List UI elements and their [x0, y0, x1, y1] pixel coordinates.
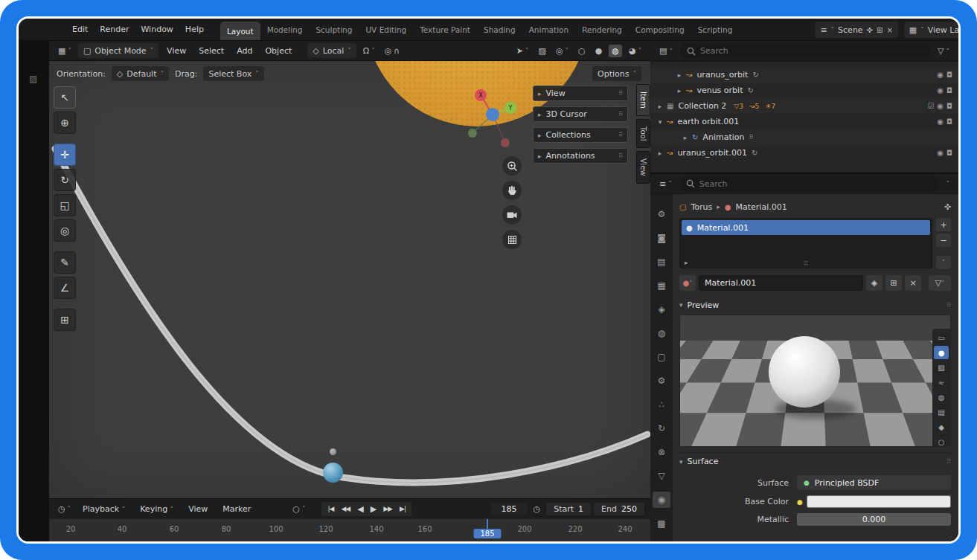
expand-icon[interactable]: ▸: [676, 87, 683, 94]
jump-to-start-button[interactable]: |◀: [324, 503, 336, 514]
play-reverse-button[interactable]: ◀: [354, 503, 365, 515]
props-tab-world[interactable]: ◍: [653, 325, 670, 341]
metallic-slider[interactable]: 0.000: [797, 513, 951, 526]
outliner-row-uranus-orbit-001[interactable]: ▸ ↝ uranus_orbit.001 ↻ ◉ ◘: [650, 145, 958, 161]
menu-view[interactable]: View: [162, 45, 190, 57]
outliner-row-venus-orbit[interactable]: ▸ ↝ venus orbit ↻ ◉ ◘: [650, 83, 958, 98]
current-frame-field[interactable]: 185: [491, 503, 528, 515]
snapping-toggle[interactable]: Ω ˅: [360, 45, 378, 57]
breadcrumb-object[interactable]: Torus: [691, 202, 712, 212]
props-tab-render[interactable]: ◙: [653, 230, 670, 246]
fake-user-shield-button[interactable]: ◈: [866, 275, 882, 291]
overlays-button[interactable]: ◎ ˅: [553, 45, 571, 57]
menu-playback[interactable]: Playback ˅: [77, 502, 131, 516]
properties-search-input[interactable]: [699, 179, 932, 189]
moon-object[interactable]: [330, 448, 336, 455]
props-tab-object[interactable]: ▢: [653, 349, 670, 365]
material-slot-list[interactable]: ● Material.001 ▸ ⠿: [679, 218, 932, 268]
workspace-tab-texture-paint[interactable]: Texture Paint: [413, 19, 477, 40]
3d-viewport[interactable]: Orientation: ◇ Default ˅ Drag: Select Bo…: [49, 61, 650, 498]
next-keyframe-button[interactable]: ▶▶: [380, 503, 395, 514]
tool-rotate[interactable]: ↻: [54, 169, 76, 191]
properties-search[interactable]: [679, 177, 939, 191]
editor-type-button[interactable]: ▦ ˅: [55, 45, 74, 57]
breadcrumb-material[interactable]: Material.001: [736, 202, 787, 212]
sidebar-tab-tool[interactable]: Tool: [636, 119, 650, 148]
disable-render-camera-icon[interactable]: ◘: [946, 149, 952, 157]
workspace-tab-scripting[interactable]: Scripting: [691, 19, 732, 40]
zoom-button[interactable]: [502, 156, 522, 176]
expand-icon[interactable]: ▸: [685, 259, 688, 266]
hide-eye-icon[interactable]: ◉: [937, 71, 944, 79]
collection-checkbox[interactable]: ☑: [927, 102, 934, 110]
options-dropdown[interactable]: Options ˅: [592, 66, 641, 81]
tool-move[interactable]: ✛: [54, 144, 76, 166]
properties-options-button[interactable]: ˅: [944, 178, 953, 189]
props-tab-view-layer[interactable]: ▦: [653, 277, 670, 294]
drag-setting-dropdown[interactable]: Select Box ˅: [203, 66, 263, 81]
surface-shader-button[interactable]: ● Principled BSDF: [797, 475, 951, 490]
menu-marker[interactable]: Marker: [217, 502, 257, 516]
collapse-icon[interactable]: ▾: [656, 118, 664, 126]
transform-orientation-selector[interactable]: ◇ Local ˅: [307, 43, 356, 58]
auto-keying-toggle[interactable]: ○ ˅: [289, 503, 308, 515]
play-button[interactable]: ▶: [368, 503, 379, 515]
tool-scale[interactable]: ◱: [54, 194, 76, 216]
drag-grip-icon[interactable]: ⠿: [618, 90, 623, 97]
tool-add-cube[interactable]: ⊞: [54, 309, 76, 331]
pin-icon[interactable]: ✜: [867, 26, 873, 34]
new-scene-icon[interactable]: ⊞: [877, 26, 882, 34]
tool-transform[interactable]: ◎: [54, 219, 76, 242]
workspace-tab-shading[interactable]: Shading: [477, 19, 522, 40]
preview-type-fluid[interactable]: ◆: [934, 420, 949, 434]
gizmos-button[interactable]: ▨: [536, 45, 549, 57]
outliner-row-collection-2[interactable]: ▸ ▦ Collection 2 ▽3 ↝5 ☀7 ☑ ◉ ◘: [650, 98, 958, 114]
workspace-tab-animation[interactable]: Animation: [522, 19, 576, 40]
hide-eye-icon[interactable]: ◉: [937, 149, 944, 157]
shading-wireframe-button[interactable]: ○: [575, 45, 589, 57]
shading-solid-button[interactable]: ●: [592, 45, 606, 57]
playhead-frame-badge[interactable]: 185: [473, 529, 501, 538]
outliner-editor-type-button[interactable]: ▤ ˅: [656, 45, 676, 57]
slot-specials-button[interactable]: ˅: [936, 256, 951, 269]
remove-slot-button[interactable]: −: [936, 234, 951, 247]
outliner-row-animation[interactable]: ▸ ↻ Animation ⠿: [650, 129, 958, 145]
props-tab-tool[interactable]: ⚙: [653, 206, 670, 222]
expand-icon[interactable]: ▸: [682, 134, 689, 141]
preview-type-cube[interactable]: ▧: [934, 361, 949, 374]
timeline-editor-type-button[interactable]: ◷ ˅: [55, 503, 74, 515]
start-frame-field[interactable]: Start 1: [546, 503, 591, 515]
menu-select[interactable]: Select: [194, 45, 228, 57]
props-tab-constraints[interactable]: ⊗: [653, 444, 670, 460]
workspace-tab-sculpting[interactable]: Sculpting: [309, 19, 359, 40]
drag-grip-icon[interactable]: ⠿: [618, 111, 623, 118]
jump-to-end-button[interactable]: ▶|: [397, 503, 409, 514]
mode-selector[interactable]: ▢ Object Mode ˅: [78, 43, 158, 58]
timeline-ruler[interactable]: 20 40 60 80 100 120 140 160 200 220 240 …: [49, 518, 650, 541]
disable-render-camera-icon[interactable]: ◘: [946, 71, 952, 79]
add-slot-button[interactable]: +: [936, 218, 951, 231]
material-name-field[interactable]: Material.001: [699, 275, 863, 291]
menu-render[interactable]: Render: [94, 22, 135, 36]
workspace-tab-uv-editing[interactable]: UV Editing: [359, 19, 413, 40]
drag-grip-icon[interactable]: ⠿: [946, 458, 951, 465]
disable-render-camera-icon[interactable]: ◘: [946, 102, 952, 110]
orientation-setting-dropdown[interactable]: ◇ Default ˅: [112, 66, 169, 81]
preview-type-hair[interactable]: ≈: [934, 376, 949, 389]
hide-eye-icon[interactable]: ◉: [937, 102, 944, 110]
pin-id-icon[interactable]: ✜: [944, 202, 951, 212]
props-tab-material[interactable]: ◉: [653, 492, 670, 508]
tool-select-box[interactable]: ↖: [54, 86, 76, 109]
unlink-material-button[interactable]: ×: [905, 275, 921, 291]
properties-editor-type-button[interactable]: ≡ ˅: [656, 178, 675, 190]
drag-grip-icon[interactable]: ⠿: [946, 302, 951, 309]
outliner-search[interactable]: [680, 44, 930, 58]
workspace-tab-layout[interactable]: Layout: [220, 22, 260, 40]
workspace-tab-rendering[interactable]: Rendering: [575, 19, 629, 40]
props-tab-particles[interactable]: ∴: [653, 396, 670, 413]
props-tab-scene[interactable]: ◈: [653, 301, 670, 318]
props-tab-output[interactable]: ▤: [653, 254, 670, 270]
hide-eye-icon[interactable]: ◉: [937, 118, 944, 126]
base-color-swatch[interactable]: [807, 495, 951, 508]
selectability-visibility-button[interactable]: ➤ ˅: [513, 45, 532, 57]
